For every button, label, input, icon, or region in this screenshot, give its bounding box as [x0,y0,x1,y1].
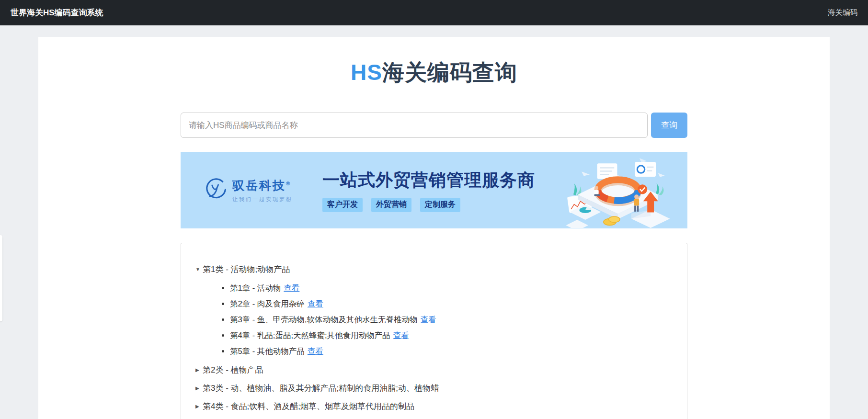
chapter-item: 第4章 - 乳品;蛋品;天然蜂蜜;其他食用动物产品查看 [230,329,673,341]
registered-mark: ® [286,180,291,186]
category-label: 第2类 - 植物产品 [203,364,263,375]
banner-tag[interactable]: 外贸营销 [371,198,411,212]
category-label: 第4类 - 食品;饮料、酒及醋;烟草、烟草及烟草代用品的制品 [203,401,414,412]
navbar-link-customs-code[interactable]: 海关编码 [828,8,857,18]
view-link[interactable]: 查看 [308,347,323,355]
category-label: 第1类 - 活动物;动物产品 [203,264,290,275]
hs-category-tree: ▼第1类 - 活动物;动物产品第1章 - 活动物查看第2章 - 肉及食用杂碎查看… [181,243,687,419]
chapter-label: 第2章 - 肉及食用杂碎 [230,299,305,308]
logo-tagline: 让我们一起实现梦想 [232,196,293,203]
view-link[interactable]: 查看 [284,283,299,292]
category-row[interactable]: ▼第1类 - 活动物;动物产品 [195,264,673,275]
chapter-label: 第4章 - 乳品;蛋品;天然蜂蜜;其他食用动物产品 [230,331,390,340]
logo-swoosh-icon [205,178,228,203]
chapter-item: 第3章 - 鱼、甲壳动物,软体动物及其他水生无脊椎动物查看 [230,314,673,325]
category-row[interactable]: ▶第3类 - 动、植物油、脂及其分解产品;精制的食用油脂;动、植物蜡 [195,383,673,394]
chapter-label: 第5章 - 其他动物产品 [230,347,305,355]
chapter-item: 第1章 - 活动物查看 [230,282,673,294]
side-drawer-handle[interactable] [0,235,2,321]
view-link[interactable]: 查看 [393,331,409,340]
banner-tag[interactable]: 客户开发 [322,198,363,212]
page-title-highlight: HS [351,60,382,85]
page-title-rest: 海关编码查询 [382,60,517,85]
banner-tag[interactable]: 定制服务 [420,198,460,212]
chapter-item: 第5章 - 其他动物产品查看 [230,345,673,357]
search-button[interactable]: 查询 [651,113,687,138]
category-row[interactable]: ▶第4类 - 食品;饮料、酒及醋;烟草、烟草及烟草代用品的制品 [195,401,673,412]
search-input[interactable] [181,113,648,138]
caret-down-icon[interactable]: ▼ [195,267,203,272]
logo-texts: 驭岳科技® 让我们一起实现梦想 [232,178,293,203]
banner-tags: 客户开发外贸营销定制服务 [322,198,535,212]
banner-headline: 一站式外贸营销管理服务商 [322,169,535,192]
banner-text-block: 一站式外贸营销管理服务商 客户开发外贸营销定制服务 [322,169,535,212]
advertiser-logo: 驭岳科技® 让我们一起实现梦想 [205,178,293,203]
caret-right-icon[interactable]: ▶ [195,385,203,391]
page-title: HS海关编码查询 [181,58,687,88]
search-bar: 查询 [181,113,687,138]
category-row[interactable]: ▶第2类 - 植物产品 [195,364,673,375]
banner-illustration [561,154,675,228]
logo-name: 驭岳科技 [232,179,286,192]
content-column: HS海关编码查询 查询 驭岳科技® 让我们一起实现梦想 [181,58,687,419]
caret-right-icon[interactable]: ▶ [195,404,203,409]
caret-right-icon[interactable]: ▶ [195,367,203,373]
chapter-item: 第2章 - 肉及食用杂碎查看 [230,298,673,309]
category-label: 第3类 - 动、植物油、脂及其分解产品;精制的食用油脂;动、植物蜡 [203,383,439,394]
chapter-label: 第1章 - 活动物 [230,283,281,292]
ad-banner[interactable]: 驭岳科技® 让我们一起实现梦想 一站式外贸营销管理服务商 客户开发外贸营销定制服… [181,152,687,228]
chapter-list: 第1章 - 活动物查看第2章 - 肉及食用杂碎查看第3章 - 鱼、甲壳动物,软体… [195,282,673,357]
view-link[interactable]: 查看 [308,299,323,308]
navbar-brand[interactable]: 世界海关HS编码查询系统 [11,7,103,18]
top-navbar: 世界海关HS编码查询系统 海关编码 [0,0,868,25]
view-link[interactable]: 查看 [420,315,436,324]
chapter-label: 第3章 - 鱼、甲壳动物,软体动物及其他水生无脊椎动物 [230,315,417,324]
main-card: HS海关编码查询 查询 驭岳科技® 让我们一起实现梦想 [38,37,830,419]
